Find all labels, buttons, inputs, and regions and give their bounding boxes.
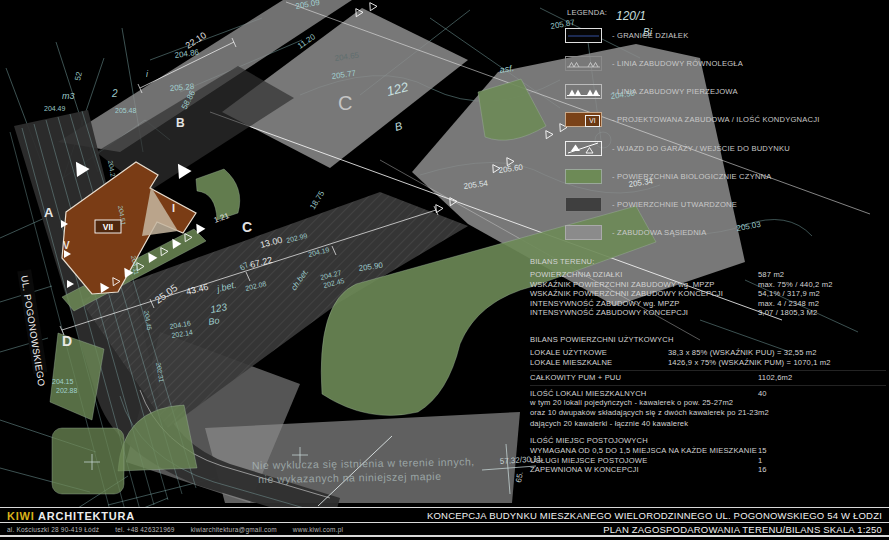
bilans-terenu-section: BILANS TERENU: POWIERZCHNIA DZIAŁKI 587 … <box>530 257 886 317</box>
note-line: oraz 10 dwupaków składających się z dwóc… <box>530 408 886 418</box>
table-row: WSKAŹNIK POWIERZCHNI ZABUDOWY wg. MPZP m… <box>530 280 886 289</box>
survey-label: B <box>176 116 185 130</box>
studio-website: www.kiwi.com.pl <box>293 526 343 533</box>
bilans-powierzchni-section: BILANS POWIERZCHNI UŻYTKOWYCH LOKALE UŻY… <box>530 335 886 429</box>
legend-item-projektowana-zabudowa: VI - PROJEKTOWANA ZABUDOWA / ILOŚĆ KONDY… <box>565 112 819 127</box>
survey-label: 52 <box>73 70 84 81</box>
legend-item-linia-rownolegla: - LINIA ZABUDOWY RÓWNOLEGŁA <box>565 56 743 71</box>
apartment-mix-notes: w tym 20 lokali pojedyńczych - kawalerek… <box>530 398 886 429</box>
survey-label: V <box>63 240 70 251</box>
table-row: USŁUGI MIEJSCE POSTOJOWE 1 <box>530 456 886 465</box>
row-label: CAŁKOWITY PUM + PUU <box>530 373 621 382</box>
note-line: dających 20 kawalerki - łącznie 40 kawal… <box>530 419 886 429</box>
legend-item-zabudowa-sasiednia: - ZABUDOWA SĄSIEDNIA <box>565 225 706 240</box>
parallel-building-line-swatch-icon <box>565 56 602 71</box>
street-name-chip: UL. POGONOWSKIEGO <box>17 269 49 387</box>
green-area-swatch-icon <box>565 169 602 184</box>
studio-contact: al. Kościuszki 28 90-419 Łódź tel. +48 4… <box>7 526 343 533</box>
table-row: LOKALE UŻYTKOWE 38,3 x 85% (WSKAŹNIK PUU… <box>530 348 886 357</box>
neighbouring-building-swatch-icon <box>565 225 602 240</box>
survey-label: 205.03 <box>736 220 762 233</box>
legend-item-wjazd: - WJAZD DO GARAŻY / WEJŚCIE DO BUDYNKU <box>565 141 790 156</box>
survey-label: C <box>338 92 352 114</box>
row-value: 1426,9 x 75% (WSKAŹNIK PUM) = 1070,1 m2 <box>668 358 831 367</box>
row-label: USŁUGI MIEJSCE POSTOJOWE <box>530 456 647 465</box>
survey-label: I <box>172 202 175 214</box>
sheet-title: PLAN ZAGOSPODAROWANIA TERENU/BILANS SKAL… <box>603 524 882 535</box>
row-label: LOKALE MIESZKALNE <box>530 358 612 367</box>
survey-label: m3 <box>62 91 75 101</box>
survey-label: 204.49 <box>44 105 66 112</box>
legend-item-label: - LINIA ZABUDOWY PIERZEJOWA <box>612 87 738 96</box>
legend-item-utwardzone: - POWIERZCHNIE UTWARDZONE <box>565 197 737 212</box>
legend-item-label: - WJAZD DO GARAŻY / WEJŚCIE DO BUDYNKU <box>612 144 790 153</box>
studio-address: al. Kościuszki 28 90-419 Łódź <box>7 526 99 533</box>
row-value: 1102,6m2 <box>758 373 792 382</box>
survey-label: asf. <box>499 63 515 75</box>
row-label: LOKALE UŻYTKOWE <box>530 348 607 357</box>
table-row: ZAPEWNIONA W KONCEPCJI 16 <box>530 465 886 474</box>
survey-label: 202.88 <box>56 387 78 394</box>
parcel-boundary-swatch-icon <box>565 28 602 43</box>
legend-item-bio-czynna: - POWIERZCHNIA BIOLOGICZNIE CZYNNA <box>565 169 772 184</box>
section-title: ILOŚĆ MIEJSC POSTOJOWYCH <box>530 436 886 445</box>
survey-label: 204.2 <box>107 160 117 178</box>
survey-label: 120/1 <box>616 9 646 23</box>
survey-label: A <box>44 205 54 220</box>
survey-label: Bo <box>208 315 221 327</box>
brand-kiwi: KIWI <box>7 510 35 522</box>
frontage-building-line-swatch-icon <box>565 84 602 99</box>
legend-item-granice-dzialek: - GRANICE DZIAŁEK <box>565 28 688 43</box>
row-value: max. 4 / 2348 m2 <box>758 299 819 308</box>
title-block-row-2: al. Kościuszki 28 90-419 Łódź tel. +48 4… <box>0 524 889 537</box>
row-value: 54,1% / 317,9 m2 <box>758 289 820 298</box>
survey-label: 204.15 <box>52 378 74 385</box>
building-floor-count-label: VII <box>103 222 113 232</box>
plan-sheet: VII <box>0 0 889 540</box>
legend-item-label: - POWIERZCHNIA BIOLOGICZNIE CZYNNA <box>612 172 772 181</box>
survey-label: B <box>393 119 403 133</box>
legend-item-label: - ZABUDOWA SĄSIEDNIA <box>612 228 706 237</box>
title-block-row-1: KIWI ARCHITEKTURA KONCEPCJA BUDYNKU MIES… <box>0 509 889 523</box>
table-row: LOKALE MIESZKALNE 1426,9 x 75% (WSKAŹNIK… <box>530 358 886 367</box>
legend-item-label: - POWIERZCHNIE UTWARDZONE <box>612 200 737 209</box>
table-row: ILOŚĆ LOKALI MIESZKALNYCH 40 <box>530 389 886 398</box>
row-label: ZAPEWNIONA W KONCEPCJI <box>530 465 639 474</box>
studio-email: kiwiarchitektura@gmail.com <box>191 526 277 533</box>
row-label: INTENSYWNOŚĆ ZABUDOWY KONCEPCJI <box>530 308 688 317</box>
row-value: 1 <box>758 456 762 465</box>
row-label: INTENSYWNOŚĆ ZABUDOWY wg. MPZP <box>530 299 680 308</box>
survey-label: 2 <box>111 88 118 99</box>
row-label: WSKAŹNIK POWIERZCHNI ZABUDOWY KONCEPCJI <box>530 289 723 298</box>
row-value: 38,3 x 85% (WSKAŹNIK PUU) = 32,55 m2 <box>668 348 817 357</box>
legend-item-label: - LINIA ZABUDOWY RÓWNOLEGŁA <box>612 59 743 68</box>
row-value: 40 <box>758 389 767 398</box>
row-value: 16 <box>758 465 767 474</box>
divider <box>530 370 886 371</box>
legend-item-label: - GRANICE DZIAŁEK <box>612 31 688 40</box>
table-row: POWIERZCHNIA DZIAŁKI 587 m2 <box>530 270 886 279</box>
building-floor-count-badge: VII <box>95 220 121 233</box>
legend-title: LEGENDA: <box>567 8 607 17</box>
studio-brand: KIWI ARCHITEKTURA <box>7 510 135 522</box>
floor-count-roman-numeral: VI <box>585 115 600 127</box>
row-label: POWIERZCHNIA DZIAŁKI <box>530 270 622 279</box>
section-title: BILANS POWIERZCHNI UŻYTKOWYCH <box>530 335 886 344</box>
project-title: KONCEPCJA BUDYNKU MIESZKANEGO WIELORODZI… <box>427 510 882 521</box>
survey-label: D <box>62 333 72 349</box>
survey-label: 65. <box>514 471 525 484</box>
paved-area-swatch-icon <box>565 197 602 212</box>
title-block: KIWI ARCHITEKTURA KONCEPCJA BUDYNKU MIES… <box>0 507 889 540</box>
note-line: w tym 20 lokali pojedyńczych - kawalerek… <box>530 398 886 408</box>
brand-architektura: ARCHITEKTURA <box>35 510 135 522</box>
row-value: max. 75% / 440,2 m2 <box>758 280 833 289</box>
survey-label: C <box>242 219 252 235</box>
garage-entrance-swatch-icon <box>565 141 602 156</box>
survey-label: 205.48 <box>115 107 137 114</box>
table-row: INTENSYWNOŚĆ ZABUDOWY wg. MPZP max. 4 / … <box>530 299 886 308</box>
legend-item-label: - PROJEKTOWANA ZABUDOWA / ILOŚĆ KONDYGNA… <box>612 115 819 124</box>
table-row: CAŁKOWITY PUM + PUU 1102,6m2 <box>530 373 886 382</box>
row-value: 15 <box>758 446 767 455</box>
row-value: 3,07 / 1805,3 M2 <box>758 308 817 317</box>
row-label: ILOŚĆ LOKALI MIESZKALNYCH <box>530 389 646 398</box>
